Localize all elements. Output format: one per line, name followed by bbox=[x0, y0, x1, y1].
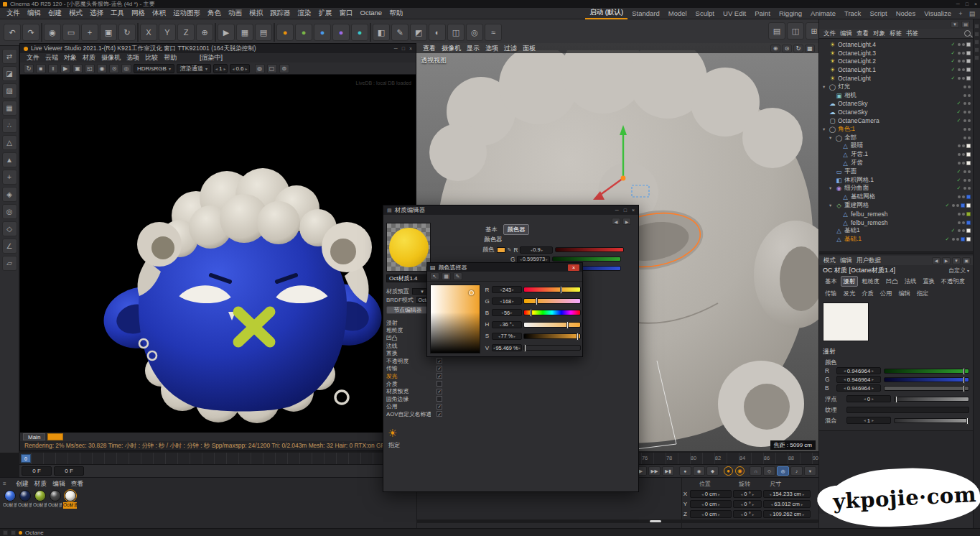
tree-item[interactable]: ◧ 体积网格.1 bbox=[819, 176, 973, 185]
workspace-tab[interactable]: Standard bbox=[627, 9, 664, 18]
rotate-tool-icon[interactable]: ↻ bbox=[118, 24, 136, 41]
search-icon[interactable] bbox=[964, 30, 971, 37]
object-name[interactable]: 眼睛 bbox=[851, 142, 863, 150]
simulation-icon[interactable]: ≈ bbox=[485, 24, 502, 41]
channel-value-stepper[interactable]: 0.946964 bbox=[836, 384, 881, 392]
separator[interactable] bbox=[370, 23, 371, 42]
points-mode-icon[interactable]: ∴ bbox=[2, 118, 17, 133]
channel-checkbox[interactable] bbox=[437, 396, 442, 402]
tree-item[interactable]: ▾ ◯ 角色:1 bbox=[819, 125, 973, 134]
live-viewer-menu-item[interactable]: 比较 bbox=[142, 53, 161, 63]
render-visibility-dot[interactable] bbox=[962, 229, 965, 232]
r-value-stepper[interactable]: 0.9 bbox=[520, 246, 553, 254]
channel-slider[interactable] bbox=[523, 322, 581, 328]
material-editor-titlebar[interactable]: ▤ 材质编辑器 ─ □ × bbox=[383, 205, 638, 215]
expand-caret-icon[interactable]: ▾ bbox=[829, 185, 835, 191]
camera-view-icon[interactable]: ▢ bbox=[267, 64, 277, 73]
attribute-menu-item[interactable]: 模式 bbox=[821, 257, 838, 265]
workplane-mode-icon[interactable]: ▦ bbox=[2, 101, 17, 116]
channel-tab[interactable]: 凹凸 bbox=[883, 276, 901, 287]
channel-tab[interactable]: 粗糙度 bbox=[859, 276, 882, 287]
tree-item[interactable]: ▾ ◯ 灯光 bbox=[819, 83, 973, 91]
object-name[interactable]: 灯光 bbox=[838, 83, 850, 91]
attr-filter-icon[interactable]: ▼ bbox=[952, 257, 961, 264]
menu-item[interactable]: 窗口 bbox=[336, 9, 357, 18]
material-swatch-cell[interactable]: Oc材质1 bbox=[63, 490, 77, 509]
material-channel-row[interactable]: 公用 bbox=[386, 403, 442, 411]
om-filter-icon[interactable]: ▼ bbox=[951, 21, 959, 28]
material-swatch-cell[interactable]: Oc材质 bbox=[48, 490, 62, 509]
live-viewer-menu-item[interactable]: 帮助 bbox=[161, 53, 179, 63]
g-value-stepper[interactable]: 0.595973 bbox=[517, 256, 550, 263]
editor-visibility-dot[interactable] bbox=[958, 221, 961, 224]
enabled-check-icon[interactable] bbox=[944, 203, 951, 208]
object-name[interactable]: 基础1 bbox=[844, 226, 860, 235]
editor-visibility-dot[interactable] bbox=[963, 179, 966, 182]
solo-toggle-button[interactable]: ◎ bbox=[777, 466, 789, 476]
tree-item[interactable]: △ felbu_remesh bbox=[819, 218, 973, 227]
channel-tab[interactable]: 置换 bbox=[920, 276, 938, 287]
object-name[interactable]: OctaneLight.1 bbox=[838, 66, 876, 73]
editor-visibility-dot[interactable] bbox=[963, 111, 966, 114]
channel-tab[interactable]: 不透明度 bbox=[938, 276, 968, 287]
tree-item[interactable]: ☀ OctaneLight.4 bbox=[819, 40, 973, 49]
menu-item[interactable]: Octane bbox=[357, 9, 386, 18]
editor-visibility-dot[interactable] bbox=[958, 153, 961, 156]
current-frame-field[interactable]: 0 F bbox=[54, 466, 84, 476]
dock-tab-icon[interactable] bbox=[974, 40, 979, 45]
material-name-field[interactable]: Oct材质1.4 bbox=[386, 274, 429, 282]
render-visibility-dot[interactable] bbox=[968, 170, 971, 173]
object-name[interactable]: 牙齿 bbox=[851, 159, 863, 167]
render-visibility-dot[interactable] bbox=[962, 195, 965, 198]
scale-tool-icon[interactable]: ▣ bbox=[100, 24, 117, 41]
tree-item[interactable]: △ 基础1 bbox=[819, 227, 973, 236]
object-name[interactable]: OctaneLight.2 bbox=[838, 57, 876, 65]
size-field[interactable]: 109.262 cm bbox=[763, 510, 811, 518]
play-render-icon[interactable]: ▶ bbox=[60, 64, 70, 73]
x-axis-lock-button[interactable]: X bbox=[140, 24, 157, 41]
swatch-grid-icon[interactable]: ▦ bbox=[442, 272, 451, 280]
lv-maximize-button[interactable]: □ bbox=[402, 46, 405, 51]
menu-item[interactable]: 网格 bbox=[128, 9, 149, 18]
position-field[interactable]: 0 cm bbox=[690, 490, 732, 498]
history-forward-icon[interactable]: ▶ bbox=[622, 218, 631, 225]
object-name[interactable]: 平面 bbox=[844, 167, 857, 176]
rotation-field[interactable]: 0 ° bbox=[733, 500, 762, 508]
editor-visibility-dot[interactable] bbox=[958, 162, 961, 165]
picker-pen-icon[interactable]: ✎ bbox=[508, 247, 512, 253]
channel-slider[interactable] bbox=[523, 345, 581, 351]
record-keyframe-button[interactable]: ● bbox=[679, 466, 691, 476]
tree-item[interactable]: △ 眼睛 bbox=[819, 142, 973, 151]
viewport-menu-item[interactable]: 摄像机 bbox=[439, 44, 464, 53]
coordinate-system-icon[interactable]: ⊕ bbox=[196, 24, 213, 41]
editor-visibility-dot[interactable] bbox=[958, 213, 961, 216]
render-visibility-dot[interactable] bbox=[962, 77, 965, 80]
dock-tab-icon[interactable] bbox=[974, 32, 979, 37]
menu-item[interactable]: 体积 bbox=[149, 9, 169, 18]
channel-tab[interactable]: 漫射 bbox=[841, 276, 859, 287]
editor-visibility-dot[interactable] bbox=[958, 68, 961, 71]
object-name[interactable]: 牙齿.1 bbox=[851, 150, 868, 159]
cube-primitive-icon[interactable]: ◧ bbox=[373, 24, 390, 41]
editor-visibility-dot[interactable] bbox=[958, 52, 961, 55]
channel-slider[interactable] bbox=[523, 298, 581, 304]
object-name[interactable]: 相机 bbox=[844, 91, 857, 100]
viewer-settings-icon[interactable]: ⊚ bbox=[279, 64, 289, 73]
float-slider[interactable] bbox=[894, 397, 969, 402]
tree-item[interactable]: △ 牙齿 bbox=[819, 159, 973, 167]
menu-item[interactable]: 扩展 bbox=[315, 9, 336, 18]
render-visibility-dot[interactable] bbox=[968, 179, 971, 182]
live-viewer-titlebar[interactable]: Live Viewer Studio 2021.1-(R4) K921工作室汉化… bbox=[20, 44, 416, 53]
material-channel-row[interactable]: 材质预览 bbox=[386, 387, 442, 395]
color-field-marker[interactable] bbox=[469, 290, 474, 295]
channel-slider[interactable] bbox=[884, 386, 969, 391]
channel-value-stepper[interactable]: 0.946964 bbox=[836, 376, 881, 383]
rotation-field[interactable]: 0 ° bbox=[733, 510, 762, 518]
render-visibility-dot[interactable] bbox=[962, 162, 965, 165]
viewport-menu-item[interactable]: 选项 bbox=[482, 44, 501, 53]
render-view-icon[interactable]: ▶ bbox=[218, 24, 235, 41]
render-visibility-dot[interactable] bbox=[956, 204, 959, 207]
material-manager-menu-item[interactable]: 创建 bbox=[13, 480, 32, 489]
octane-stop-render-button[interactable]: ◉ bbox=[735, 466, 745, 476]
clay-mode-icon[interactable]: ◍ bbox=[255, 64, 265, 73]
